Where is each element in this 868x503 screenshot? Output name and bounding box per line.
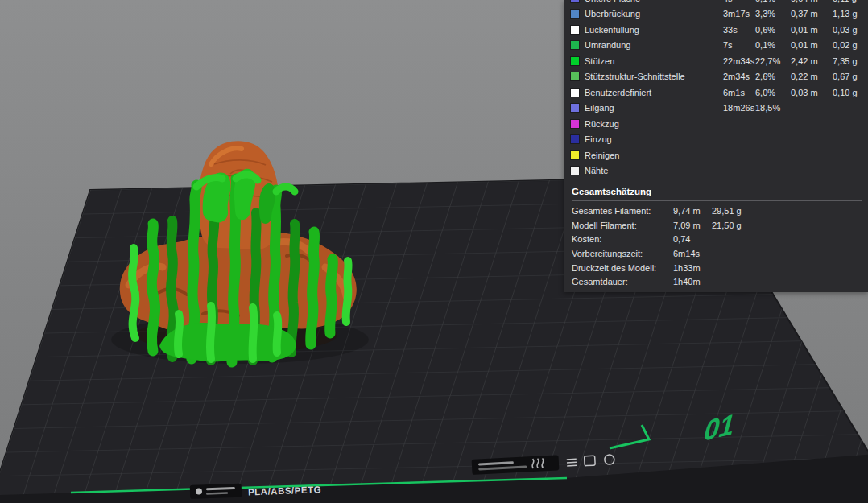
legend-swatch [571,135,579,143]
feature-weight: 7,35 g [833,56,862,66]
feature-row-lueckenfuellung: Lückenfüllung 33s 0,6% 0,01 m 0,03 g [564,22,868,38]
slicing-stats-panel: Untere Fläche 4s 0,1% 0,04 m 0,11 g Über… [564,0,868,292]
summary-value: 9,74 m [673,206,712,216]
summary-row-gesamtdauer: Gesamtdauer: 1h40m [564,274,868,289]
feature-percent: 0,1% [755,0,791,3]
feature-weight: 0,10 g [833,88,862,97]
feature-label: Untere Fläche [585,0,723,3]
summary-label: Gesamtdauer: [572,277,673,287]
summary-title: Gesamtschätzung [564,179,868,200]
legend-swatch [571,26,579,34]
feature-length: 2,42 m [791,56,833,66]
feature-row-naehte: Nähte [564,163,868,179]
summary-label: Kosten: [572,234,673,244]
legend-swatch [571,104,579,112]
feature-percent: 3,3% [755,9,791,19]
feature-time: 22m34s [723,56,755,66]
feature-row-stuetzstruktur-schnittstelle: Stützstruktur-Schnittstelle 2m34s 2,6% 0… [564,69,868,85]
feature-weight: 0,03 g [833,25,862,35]
summary-value: 1h40m [673,277,712,287]
summary-value2: 21,50 g [712,221,862,230]
feature-label: Überbrückung [585,9,723,19]
feature-percent: 6,0% [755,88,791,97]
summary-value: 1h33m [673,263,712,273]
feature-row-eilgang: Eilgang 18m26s 18,5% [564,101,868,117]
legend-swatch [571,120,579,128]
feature-label: Nähte [585,166,723,175]
summary-value: 7,09 m [673,221,712,230]
feature-time: 6m1s [723,88,755,97]
summary-divider [572,200,862,201]
feature-row-ueberbrueckung: Überbrückung 3m17s 3,3% 0,37 m 1,13 g [564,6,868,23]
legend-swatch [571,72,579,80]
summary-row-kosten: Kosten: 0,74 [564,232,868,246]
feature-length: 0,03 m [791,88,833,97]
feature-time: 4s [723,0,755,3]
legend-swatch [571,0,579,2]
summary-row-vorbereitungszeit: Vorbereitungszeit: 6m14s [564,246,868,261]
feature-label: Reinigen [585,150,723,160]
feature-label: Stützstruktur-Schnittstelle [585,72,723,81]
feature-row-untere-flaeche: Untere Fläche 4s 0,1% 0,04 m 0,11 g [564,0,868,6]
feature-label: Eilgang [585,103,723,113]
summary-value2: 29,51 g [712,206,862,216]
feature-weight: 1,13 g [833,9,862,19]
feature-weight: 0,67 g [833,72,862,81]
feature-usage-table: Untere Fläche 4s 0,1% 0,04 m 0,11 g Über… [564,0,868,179]
summary-label: Modell Filament: [572,221,673,230]
legend-swatch [571,41,579,49]
feature-row-rueckzug: Rückzug [564,116,868,132]
summary-value: 0,74 [673,234,712,244]
feature-row-einzug: Einzug [564,132,868,148]
summary-table: Gesamtes Filament: 9,74 m 29,51 g Modell… [564,204,868,289]
feature-label: Stützen [585,56,723,66]
legend-swatch [571,10,579,18]
feature-length: 0,22 m [791,72,833,81]
feature-percent: 2,6% [755,72,791,81]
feature-length: 0,01 m [791,25,833,35]
summary-row-modell-filament: Modell Filament: 7,09 m 21,50 g [564,218,868,233]
feature-percent: 0,6% [755,25,791,35]
feature-row-benutzerdefiniert: Benutzerdefiniert 6m1s 6,0% 0,03 m 0,10 … [564,85,868,101]
summary-label: Druckzeit des Modell: [572,263,673,273]
summary-label: Vorbereitungszeit: [572,249,673,258]
feature-label: Umrandung [585,40,723,50]
feature-weight: 0,02 g [833,40,862,50]
legend-swatch [571,167,579,175]
feature-time: 3m17s [723,9,755,19]
feature-label: Lückenfüllung [585,25,723,35]
feature-time: 7s [723,40,755,50]
feature-label: Einzug [585,134,723,144]
slicer-preview-stage: 01 PLA/ABS/PETG [0,0,868,503]
feature-time: 18m26s [723,103,755,113]
feature-row-stuetzen: Stützen 22m34s 22,7% 2,42 m 7,35 g [564,53,868,69]
feature-weight: 0,11 g [833,0,862,3]
feature-time: 2m34s [723,72,755,81]
summary-row-gesamtes-filament: Gesamtes Filament: 9,74 m 29,51 g [564,204,868,218]
feature-percent: 22,7% [755,56,791,66]
feature-time: 33s [723,25,755,35]
feature-label: Rückzug [585,119,723,129]
feature-percent: 18,5% [755,103,791,113]
feature-length: 0,04 m [791,0,833,3]
feature-row-reinigen: Reinigen [564,147,868,163]
legend-swatch [571,57,579,65]
feature-row-umrandung: Umrandung 7s 0,1% 0,01 m 0,02 g [564,38,868,54]
summary-label: Gesamtes Filament: [572,206,673,216]
feature-length: 0,01 m [791,40,833,50]
feature-percent: 0,1% [755,40,791,50]
summary-row-druckzeit: Druckzeit des Modell: 1h33m [564,261,868,275]
legend-swatch [571,89,579,97]
legend-swatch [571,151,579,159]
feature-label: Benutzerdefiniert [585,88,723,97]
feature-length: 0,37 m [791,9,833,19]
summary-value: 6m14s [673,249,712,258]
